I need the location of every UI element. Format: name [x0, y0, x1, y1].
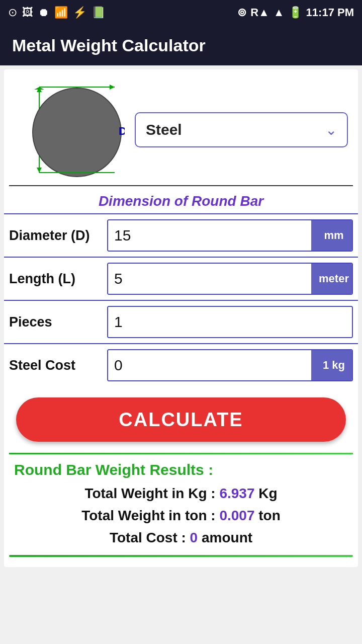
material-dropdown[interactable]: Steel ⌄ [135, 112, 348, 147]
diameter-input[interactable] [108, 220, 311, 251]
steel-cost-unit: 1 kg [311, 350, 353, 380]
material-selected: Steel [146, 121, 182, 138]
battery-icon: 🔋 [289, 6, 302, 19]
results-section: Round Bar Weight Results : Total Weight … [4, 461, 358, 546]
steel-cost-input-container: 1 kg [107, 349, 353, 381]
pieces-input-container [107, 306, 353, 338]
steel-cost-row: Steel Cost 1 kg [4, 343, 358, 386]
section-title: Dimension of Round Bar [4, 186, 358, 213]
diameter-unit: mm [311, 220, 353, 251]
calculate-btn-container: CALCULATE [4, 386, 358, 453]
usb-icon: ⚡ [73, 6, 86, 19]
svg-point-6 [33, 88, 121, 177]
weight-ton-row: Total Weight in ton : 0.007 ton [14, 508, 348, 524]
length-row: Length (L) meter [4, 257, 358, 300]
pieces-input[interactable] [108, 307, 352, 337]
results-title: Round Bar Weight Results : [14, 461, 348, 478]
record-icon: ⏺ [38, 6, 49, 19]
results-divider [9, 453, 353, 454]
calculate-button[interactable]: CALCULATE [16, 397, 346, 442]
weight-kg-row: Total Weight in Kg : 6.937 Kg [14, 486, 348, 502]
svg-marker-3 [37, 168, 42, 173]
chevron-down-icon: ⌄ [325, 122, 337, 138]
hotspot-icon: ⊚ [237, 6, 246, 19]
top-section: D Steel ⌄ [4, 69, 358, 185]
length-input[interactable] [108, 264, 311, 294]
round-bar-svg: D [14, 79, 125, 180]
status-icons-left: ⊙ 🖼 ⏺ 📶 ⚡ 📗 [8, 6, 105, 19]
wifi-icon: 📶 [54, 6, 68, 19]
time-display: 11:17 PM [306, 6, 354, 19]
steel-cost-input[interactable] [108, 350, 311, 380]
diameter-input-container: mm [107, 219, 353, 252]
image-icon: 🖼 [22, 6, 33, 19]
shape-diagram: D [14, 79, 125, 180]
svg-text:D: D [119, 125, 125, 137]
length-unit: meter [311, 264, 353, 294]
total-cost-row: Total Cost : 0 amount [14, 530, 348, 546]
pieces-row: Pieces [4, 300, 358, 343]
diameter-row: Diameter (D) mm [4, 213, 358, 257]
bottom-line [9, 555, 353, 557]
app-title: Metal Weight Calculator [12, 36, 206, 55]
status-icons-right: ⊚ R▲ ▲ 🔋 11:17 PM [237, 6, 354, 19]
app-bar: Metal Weight Calculator [0, 25, 362, 65]
diameter-label: Diameter (D) [9, 228, 102, 244]
main-content: D Steel ⌄ Dimension of Round Bar Diamete… [4, 69, 358, 567]
book-icon: 📗 [92, 6, 105, 19]
length-input-container: meter [107, 263, 353, 295]
signal-icon: ▲ [274, 6, 285, 19]
pieces-label: Pieces [9, 314, 102, 330]
length-label: Length (L) [9, 271, 102, 287]
status-bar: ⊙ 🖼 ⏺ 📶 ⚡ 📗 ⊚ R▲ ▲ 🔋 11:17 PM [0, 0, 362, 25]
system-icon: ⊙ [8, 6, 17, 19]
signal-r-icon: R▲ [250, 6, 269, 19]
svg-marker-5 [110, 85, 115, 90]
steel-cost-label: Steel Cost [9, 358, 102, 373]
